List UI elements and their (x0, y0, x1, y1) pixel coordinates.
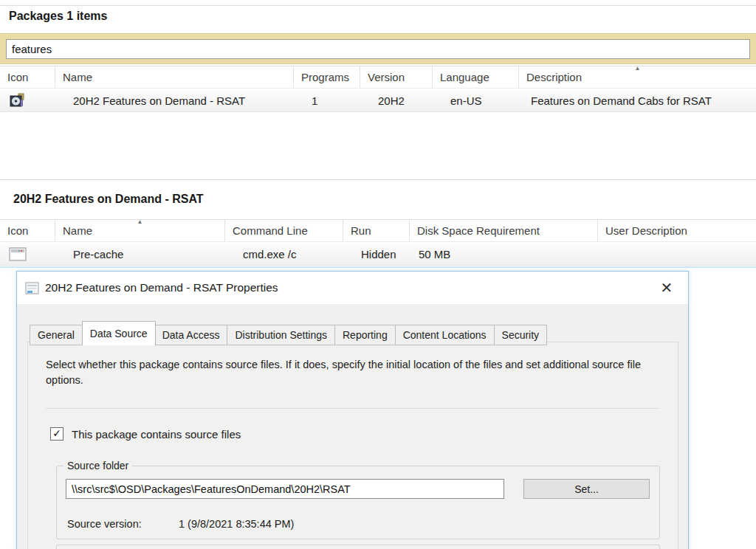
program-row-icon-cell (0, 243, 55, 265)
column-header-version[interactable]: Version (360, 66, 433, 88)
panel-divider (46, 408, 660, 409)
column-header-run[interactable]: Run (343, 220, 410, 241)
programs-table-header: Icon ▲ Name Command Line Run Disk Space … (0, 219, 756, 242)
screen: Packages 1 items Icon Name Programs Vers… (0, 0, 756, 549)
package-programs-cell: 1 (294, 89, 360, 111)
program-run-cell: Hidden (343, 243, 410, 265)
column-header-description[interactable]: ▲ Description (519, 66, 756, 88)
programs-pane-title: 20H2 Features on Demand - RSAT (13, 193, 204, 206)
dialog-titlebar[interactable]: 20H2 Features on Demand - RSAT Propertie… (17, 272, 688, 304)
program-disk-cell: 50 MB (410, 243, 598, 265)
column-header-name[interactable]: ▲ Name (55, 220, 225, 241)
packages-pane-title: Packages 1 items (9, 10, 107, 23)
next-groupbox-partial (56, 545, 660, 549)
package-language-cell: en-US (433, 89, 519, 111)
dialog-title: 20H2 Features on Demand - RSAT Propertie… (45, 281, 278, 294)
column-header-name[interactable]: Name (55, 66, 294, 88)
source-files-checkbox[interactable]: ✓ (50, 427, 63, 441)
package-row-icon-cell (0, 89, 55, 111)
tab-security[interactable]: Security (495, 325, 548, 345)
sort-ascending-icon: ▲ (137, 219, 143, 225)
close-icon: ✕ (661, 280, 673, 296)
column-header-description-label: Description (526, 71, 582, 83)
package-row[interactable]: 20H2 Features on Demand - RSAT 1 20H2 en… (0, 89, 756, 112)
properties-dialog: 20H2 Features on Demand - RSAT Propertie… (16, 271, 689, 549)
panel-intro-text: Select whether this package contains sou… (46, 357, 651, 388)
tab-general[interactable]: General (30, 325, 83, 345)
properties-window-icon (25, 282, 39, 294)
program-user-description-cell (598, 243, 756, 265)
set-button[interactable]: Set... (523, 479, 650, 499)
source-folder-row: Set... (66, 479, 650, 499)
program-window-icon (9, 247, 27, 261)
column-header-icon[interactable]: Icon (0, 66, 55, 88)
top-divider (0, 5, 756, 6)
source-files-checkbox-label: This package contains source files (72, 428, 241, 441)
column-header-programs[interactable]: Programs (294, 66, 360, 88)
tab-data-source[interactable]: Data Source (82, 321, 156, 345)
close-button[interactable]: ✕ (650, 272, 684, 304)
sort-ascending-icon: ▲ (635, 66, 641, 72)
package-description-cell: Features on Demand Cabs for RSAT (519, 89, 756, 111)
column-header-disk-space[interactable]: Disk Space Requirement (410, 220, 598, 241)
data-source-panel: Select whether this package contains sou… (27, 342, 678, 549)
dialog-tabs: General Data Source Data Access Distribu… (30, 321, 688, 345)
column-header-command-line[interactable]: Command Line (225, 220, 343, 241)
program-command-cell: cmd.exe /c (225, 243, 343, 265)
package-version-cell: 20H2 (360, 89, 433, 111)
column-header-language[interactable]: Language (433, 66, 519, 88)
program-row[interactable]: Pre-cache cmd.exe /c Hidden 50 MB (0, 243, 756, 266)
source-folder-input[interactable] (66, 479, 504, 499)
column-header-user-description[interactable]: User Description (598, 220, 756, 241)
pane-divider (0, 179, 756, 180)
column-header-icon[interactable]: Icon (0, 220, 55, 241)
checkmark-icon: ✓ (52, 428, 61, 438)
source-version-label: Source version: (67, 518, 179, 530)
source-folder-groupbox: Source folder Set... Source version: 1 (… (56, 466, 660, 539)
source-folder-legend: Source folder (63, 460, 132, 472)
search-bar (0, 33, 756, 64)
tab-content-locations[interactable]: Content Locations (396, 325, 495, 345)
program-name-cell: Pre-cache (55, 243, 225, 265)
selection-highlight-line (0, 266, 756, 268)
search-input[interactable] (6, 39, 750, 59)
tab-reporting[interactable]: Reporting (335, 325, 396, 345)
tab-data-access[interactable]: Data Access (155, 325, 228, 345)
source-version-value: 1 (9/8/2021 8:35:44 PM) (179, 518, 294, 530)
source-version-row: Source version: 1 (9/8/2021 8:35:44 PM) (67, 518, 650, 530)
package-icon (9, 93, 25, 108)
source-files-checkbox-row: ✓ This package contains source files (50, 427, 660, 441)
package-name-cell: 20H2 Features on Demand - RSAT (55, 89, 294, 111)
packages-table-header: Icon Name Programs Version Language ▲ De… (0, 66, 756, 89)
column-header-name-label: Name (63, 224, 92, 237)
tab-distribution-settings[interactable]: Distribution Settings (227, 325, 335, 345)
